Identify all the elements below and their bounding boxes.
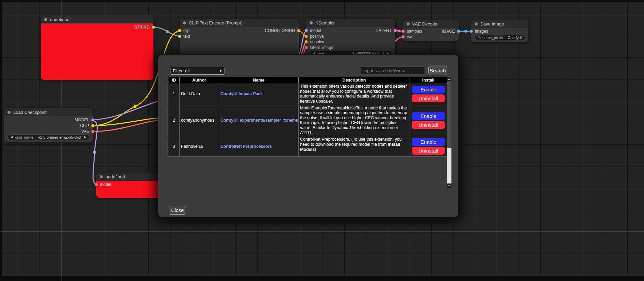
list-scrollbar[interactable]: ▲ ▼ bbox=[447, 77, 451, 188]
table-row: 3 Fannovel16 ControlNet Preprocessors Co… bbox=[168, 136, 447, 157]
output-slot-conditioning[interactable]: CONDITIONING bbox=[265, 28, 300, 33]
collapse-dot-icon[interactable] bbox=[7, 111, 11, 114]
cell-author: comfyanonymous bbox=[180, 105, 219, 136]
uninstall-button[interactable]: Uninstall bbox=[412, 121, 445, 129]
slot-label: LATENT bbox=[376, 28, 392, 33]
model-input-pin[interactable] bbox=[304, 29, 308, 32]
enable-button[interactable]: Enable bbox=[412, 138, 445, 146]
images-input-pin[interactable] bbox=[469, 30, 473, 33]
search-button[interactable]: Search bbox=[428, 66, 447, 75]
negative-input-pin[interactable] bbox=[304, 40, 308, 43]
collapse-dot-icon[interactable] bbox=[407, 22, 410, 25]
filename-prefix-value: ComfyUI bbox=[508, 36, 522, 40]
input-slot-model[interactable]: model bbox=[304, 28, 321, 33]
input-slot-clip[interactable]: clip bbox=[178, 28, 189, 33]
output-slot-vae[interactable]: VAE bbox=[81, 129, 95, 134]
collapse-dot-icon[interactable] bbox=[183, 21, 186, 24]
filename-prefix-label: filename_prefix bbox=[478, 36, 503, 40]
link-midpoint-dot bbox=[93, 151, 96, 154]
scroll-up-icon[interactable]: ▲ bbox=[447, 77, 451, 81]
cell-author: Dr.Lt.Data bbox=[180, 83, 219, 105]
collapse-dot-icon[interactable] bbox=[44, 18, 47, 21]
collapse-dot-icon[interactable] bbox=[475, 22, 478, 25]
node-title-bar[interactable]: CLIP Text Encode (Prompt) bbox=[180, 19, 299, 27]
model-input-pin[interactable] bbox=[95, 183, 98, 186]
node-load-checkpoint[interactable]: Load Checkpoint MODEL CLIP VAE ◀ ckpt_na… bbox=[4, 108, 93, 142]
node-title-bar[interactable]: Load Checkpoint bbox=[4, 108, 93, 116]
input-slot-positive[interactable]: positive bbox=[304, 34, 324, 39]
input-slot-images[interactable]: images bbox=[469, 29, 488, 34]
col-header-id: ID bbox=[168, 77, 180, 83]
collapse-dot-icon[interactable] bbox=[310, 21, 313, 24]
slot-label: CONDITIONING bbox=[265, 28, 295, 33]
vae-input-pin[interactable] bbox=[401, 35, 405, 38]
text-input-pin[interactable] bbox=[178, 35, 181, 38]
search-input[interactable] bbox=[361, 67, 425, 74]
extension-table: ID Author Name Description Install 1 Dr.… bbox=[168, 77, 447, 157]
output-slot-latent[interactable]: LATENT bbox=[376, 28, 397, 33]
node-title: undefined bbox=[50, 17, 69, 22]
input-slot-vae[interactable]: vae bbox=[401, 34, 413, 39]
slot-label: samples bbox=[407, 29, 422, 34]
ckpt-prev-icon[interactable]: ◀ bbox=[11, 136, 13, 139]
slot-label: VAE bbox=[81, 129, 89, 134]
node-title: undefined bbox=[105, 174, 125, 179]
enable-button[interactable]: Enable bbox=[412, 86, 445, 93]
latent-image-input-pin[interactable] bbox=[304, 46, 308, 49]
cell-install: Enable Uninstall bbox=[410, 105, 447, 136]
slot-label: model bbox=[310, 28, 321, 33]
node-ksampler[interactable]: KSampler model positive negative latent_… bbox=[306, 19, 395, 59]
clip-output-pin[interactable] bbox=[91, 124, 95, 127]
node-body bbox=[41, 23, 153, 80]
node-title-bar[interactable]: Save Image bbox=[471, 20, 528, 28]
extension-link[interactable]: ControlNet Preprocessors bbox=[220, 144, 272, 149]
cell-author: Fannovel16 bbox=[180, 136, 219, 157]
scrollbar-thumb[interactable] bbox=[447, 81, 451, 148]
samples-input-pin[interactable] bbox=[401, 30, 405, 33]
col-header-install: Install bbox=[410, 77, 447, 83]
slot-label: positive bbox=[310, 34, 324, 39]
node-vae-decode[interactable]: VAE Decode samples vae IMAGE bbox=[403, 20, 459, 41]
uninstall-button[interactable]: Uninstall bbox=[412, 147, 445, 155]
node-title-bar[interactable]: VAE Decode bbox=[403, 20, 459, 28]
extension-link[interactable]: ComfyUI Impact Pack bbox=[220, 91, 263, 96]
latent-output-pin[interactable] bbox=[394, 29, 397, 32]
ckpt-name-label: ckpt_name bbox=[15, 135, 33, 139]
comfyui-canvas[interactable]: { "colors": { "model": "#B39DDB", "clip"… bbox=[0, 0, 644, 281]
vae-output-pin[interactable] bbox=[91, 130, 95, 133]
output-slot-image[interactable]: IMAGE bbox=[442, 29, 460, 34]
cell-description: This extension offers various detector n… bbox=[299, 83, 410, 105]
clip-input-pin[interactable] bbox=[178, 29, 181, 32]
output-slot-string[interactable]: STRING bbox=[134, 25, 155, 30]
output-slot-clip[interactable]: CLIP bbox=[80, 123, 95, 128]
image-output-pin[interactable] bbox=[457, 30, 460, 33]
output-slot-model[interactable]: MODEL bbox=[75, 118, 95, 122]
positive-input-pin[interactable] bbox=[304, 35, 308, 38]
ckpt-next-icon[interactable]: ▶ bbox=[84, 136, 86, 139]
node-save-image[interactable]: Save Image images filename_prefix ComfyU… bbox=[471, 20, 528, 42]
input-slot-negative[interactable]: negative bbox=[304, 39, 325, 44]
input-slot-latent-image[interactable]: latent_image bbox=[304, 45, 333, 50]
filter-dropdown[interactable]: Filter: all ▼ bbox=[170, 67, 225, 75]
input-slot-samples[interactable]: samples bbox=[401, 29, 422, 34]
node-title: Save Image bbox=[480, 21, 504, 27]
input-slot-model[interactable]: model bbox=[95, 182, 111, 187]
filename-prefix-widget[interactable]: filename_prefix ComfyUI bbox=[475, 35, 525, 40]
close-button[interactable]: Close bbox=[169, 206, 186, 215]
node-title-bar[interactable]: KSampler bbox=[306, 19, 395, 27]
conditioning-output-pin[interactable] bbox=[297, 29, 300, 32]
collapse-dot-icon[interactable] bbox=[100, 175, 103, 178]
node-title: VAE Decode bbox=[412, 21, 437, 27]
ckpt-name-widget[interactable]: ◀ ckpt_name v1-5-pruned-emaonly.ckpt ▶ bbox=[7, 135, 89, 140]
uninstall-button[interactable]: Uninstall bbox=[412, 94, 445, 102]
extension-link[interactable]: ComfyUI_experiments/sampler_tonemap bbox=[220, 118, 299, 123]
node-undefined-top[interactable]: undefined STRING bbox=[41, 15, 153, 80]
string-output-pin[interactable] bbox=[152, 25, 155, 29]
model-output-pin[interactable] bbox=[91, 118, 95, 122]
slot-label: CLIP bbox=[80, 123, 89, 128]
enable-button[interactable]: Enable bbox=[412, 112, 445, 120]
scroll-down-icon[interactable]: ▼ bbox=[447, 183, 451, 188]
input-slot-text[interactable]: text bbox=[178, 34, 190, 39]
cell-id: 1 bbox=[168, 83, 180, 105]
node-title-bar[interactable]: undefined bbox=[41, 15, 153, 23]
